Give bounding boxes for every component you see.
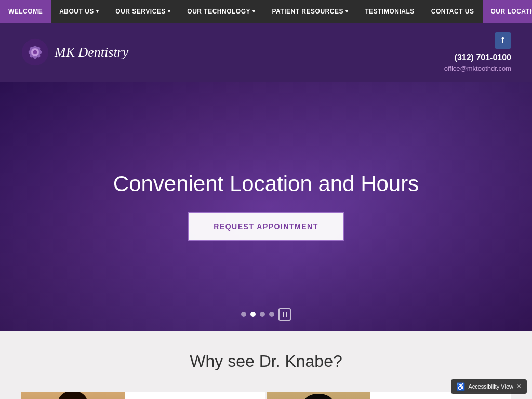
accessibility-close[interactable]: ✕ — [516, 383, 522, 390]
nav-item-our-services[interactable]: OUR SERVICES ▾ — [107, 0, 179, 23]
nav-item-testimonials[interactable]: TESTIMONIALS — [356, 0, 422, 23]
why-section: Why see Dr. Knabe? — [0, 331, 532, 381]
facebook-button[interactable]: f — [495, 32, 511, 49]
slide-dot-3[interactable] — [260, 312, 265, 317]
accessibility-label: Accessibility View — [468, 383, 513, 390]
slider-controls — [241, 308, 291, 321]
female-photo — [21, 392, 125, 399]
logo-icon — [21, 38, 49, 66]
nav-item-contact-us[interactable]: CONTACT US — [423, 0, 483, 23]
request-appointment-button[interactable]: REQUEST APPOINTMENT — [188, 212, 344, 241]
nav-item-our-technology[interactable]: OUR TECHNOLOGY ▾ — [179, 0, 263, 23]
pause-bar-right — [286, 312, 287, 317]
hero-title: Convenient Location and Hours — [113, 171, 419, 196]
logo-text: MK Dentistry — [55, 45, 128, 60]
chevron-down-icon: ▾ — [252, 9, 256, 14]
svg-point-6 — [33, 50, 37, 54]
chevron-down-icon: ▾ — [96, 9, 99, 14]
chevron-down-icon: ▾ — [168, 9, 171, 14]
nav-item-our-location[interactable]: OUR LOCATION — [483, 0, 532, 23]
accessibility-bar[interactable]: ♿ Accessibility View ✕ — [451, 379, 527, 394]
email-address: office@mktoothdr.com — [444, 64, 511, 72]
slide-dot-1[interactable] — [241, 312, 246, 317]
section-title: Why see Dr. Knabe? — [10, 352, 522, 371]
main-nav: WELCOME ABOUT US ▾ OUR SERVICES ▾ OUR TE… — [0, 0, 532, 23]
slide-dot-2[interactable] — [250, 312, 256, 317]
accessibility-icon: ♿ — [456, 382, 465, 391]
pause-bar-left — [283, 312, 284, 317]
card-2-image — [267, 392, 370, 399]
logo-area: MK Dentistry — [21, 38, 128, 66]
nav-item-about-us[interactable]: ABOUT US ▾ — [51, 0, 107, 23]
card-1-image: ‹ — [21, 392, 125, 399]
phone-number: (312) 701-0100 — [455, 53, 511, 62]
card-1-content: Learn to love the Dentist Dr. Knabe enjo… — [125, 392, 265, 399]
slide-dot-4[interactable] — [269, 312, 274, 317]
chevron-down-icon: ▾ — [345, 9, 349, 14]
contact-area: f (312) 701-0100 office@mktoothdr.com — [444, 32, 511, 72]
hero-section: Convenient Location and Hours REQUEST AP… — [0, 82, 532, 331]
male-photo — [267, 392, 370, 399]
nav-item-patient-resources[interactable]: PATIENT RESOURCES ▾ — [263, 0, 356, 23]
nav-item-welcome[interactable]: WELCOME — [0, 0, 51, 23]
site-header: MK Dentistry f (312) 701-0100 office@mkt… — [0, 23, 532, 82]
slider-pause-button[interactable] — [278, 308, 291, 321]
